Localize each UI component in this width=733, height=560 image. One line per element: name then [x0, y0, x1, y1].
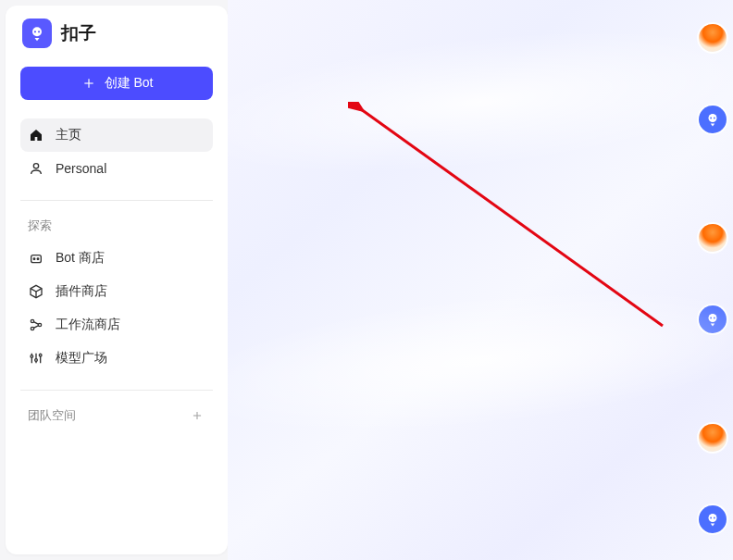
- svg-point-24: [714, 118, 715, 119]
- svg-point-25: [709, 314, 717, 322]
- divider: [20, 200, 213, 201]
- rail-avatar-balloon[interactable]: [699, 224, 727, 252]
- brand-name: 扣子: [61, 21, 96, 45]
- svg-point-28: [709, 514, 717, 522]
- add-team-button[interactable]: [189, 407, 205, 424]
- user-icon: [28, 160, 44, 177]
- right-rail: [692, 0, 733, 560]
- workflow-icon: [28, 317, 44, 333]
- sidebar-item-workflow-store[interactable]: 工作流商店: [20, 308, 213, 342]
- svg-point-8: [37, 258, 39, 260]
- sidebar-item-bot-store[interactable]: Bot 商店: [20, 242, 213, 275]
- svg-point-0: [32, 27, 42, 36]
- sidebar: 扣子 创建 Bot 主页 Persona: [6, 6, 228, 554]
- rail-avatar-bot[interactable]: [699, 505, 727, 533]
- sidebar-item-home[interactable]: 主页: [20, 118, 213, 152]
- svg-point-29: [710, 517, 712, 519]
- svg-line-21: [361, 109, 663, 326]
- svg-point-5: [33, 164, 38, 168]
- sidebar-item-personal[interactable]: Personal: [20, 152, 213, 185]
- sidebar-item-label: 模型广场: [56, 350, 107, 367]
- svg-point-1: [34, 31, 36, 32]
- sidebar-item-label: 工作流商店: [56, 317, 120, 333]
- bot-store-icon: [28, 250, 44, 267]
- team-space-label: 团队空间: [28, 407, 76, 424]
- cube-icon: [28, 283, 44, 300]
- svg-point-30: [714, 517, 715, 519]
- svg-point-27: [714, 317, 715, 319]
- sidebar-item-label: 主页: [56, 127, 81, 143]
- rail-avatar-bot[interactable]: [699, 106, 727, 133]
- rail-avatar-bot[interactable]: [699, 305, 727, 333]
- svg-point-22: [709, 114, 717, 122]
- annotation-arrow: [348, 102, 681, 342]
- create-bot-button[interactable]: 创建 Bot: [20, 67, 213, 100]
- svg-rect-6: [31, 255, 42, 263]
- sidebar-item-label: Personal: [56, 161, 106, 176]
- svg-point-7: [33, 258, 35, 260]
- sidebar-item-label: Bot 商店: [56, 250, 105, 267]
- svg-point-26: [710, 317, 712, 319]
- svg-point-2: [38, 31, 40, 32]
- brand: 扣子: [20, 19, 213, 48]
- brand-logo-icon: [22, 19, 52, 48]
- sidebar-item-model-plaza[interactable]: 模型广场: [20, 342, 213, 375]
- create-bot-label: 创建 Bot: [105, 75, 154, 92]
- svg-point-18: [39, 354, 42, 356]
- rail-avatar-balloon[interactable]: [699, 24, 727, 52]
- explore-section-label: 探索: [20, 212, 213, 242]
- home-icon: [28, 127, 44, 143]
- divider: [20, 390, 213, 391]
- svg-point-17: [35, 359, 38, 362]
- main-canvas: [228, 0, 733, 560]
- svg-point-23: [710, 118, 712, 119]
- sidebar-item-label: 插件商店: [56, 283, 107, 300]
- svg-point-16: [31, 355, 33, 358]
- team-space-row: 团队空间: [20, 402, 213, 429]
- sidebar-item-plugin-store[interactable]: 插件商店: [20, 275, 213, 308]
- plus-icon: [81, 75, 97, 92]
- sliders-icon: [28, 350, 44, 367]
- rail-avatar-balloon[interactable]: [699, 424, 727, 452]
